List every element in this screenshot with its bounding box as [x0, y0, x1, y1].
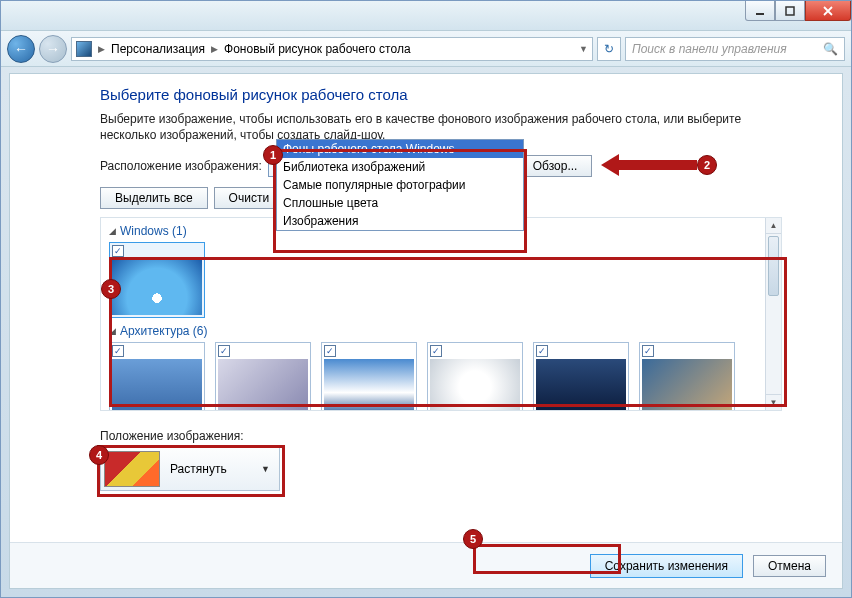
location-dropdown: Фоны рабочего стола Windows Библиотека и…	[276, 139, 524, 231]
wallpaper-thumb[interactable]: ✓	[427, 342, 523, 411]
thumb-image	[536, 359, 626, 411]
scroll-thumb[interactable]	[768, 236, 779, 296]
wallpaper-thumb[interactable]: ✓	[215, 342, 311, 411]
thumb-checkbox[interactable]: ✓	[430, 345, 442, 357]
svg-rect-1	[786, 7, 794, 15]
wallpaper-thumb[interactable]: ✓	[533, 342, 629, 411]
thumb-checkbox[interactable]: ✓	[642, 345, 654, 357]
wallpaper-thumb[interactable]: ✓	[321, 342, 417, 411]
dialog-footer: Сохранить изменения Отмена	[10, 542, 842, 588]
thumb-checkbox[interactable]: ✓	[536, 345, 548, 357]
dropdown-option[interactable]: Фоны рабочего стола Windows	[277, 140, 523, 158]
search-icon: 🔍	[823, 42, 838, 56]
thumb-checkbox[interactable]: ✓	[218, 345, 230, 357]
clear-all-button[interactable]: Очисти	[214, 187, 285, 209]
annotation-marker: 1	[263, 145, 283, 165]
chevron-down-icon: ◢	[109, 226, 116, 236]
thumb-image	[430, 359, 520, 411]
scrollbar[interactable]: ▲ ▼	[765, 218, 781, 410]
thumb-checkbox[interactable]: ✓	[112, 345, 124, 357]
scroll-down-icon[interactable]: ▼	[766, 394, 781, 410]
page-title: Выберите фоновый рисунок рабочего стола	[100, 86, 782, 103]
navbar: ← → ▶ Персонализация ▶ Фоновый рисунок р…	[1, 31, 851, 67]
svg-rect-0	[756, 13, 764, 15]
minimize-button[interactable]	[745, 1, 775, 21]
chevron-down-icon: ▼	[261, 464, 276, 474]
annotation-marker: 3	[101, 279, 121, 299]
dropdown-option[interactable]: Сплошные цвета	[277, 194, 523, 212]
titlebar	[1, 1, 851, 31]
position-select[interactable]: Растянуть ▼	[100, 447, 280, 491]
control-panel-icon	[76, 41, 92, 57]
back-button[interactable]: ←	[7, 35, 35, 63]
thumb-image	[112, 359, 202, 411]
thumb-image	[324, 359, 414, 411]
annotation-marker: 5	[463, 529, 483, 549]
thumb-checkbox[interactable]: ✓	[112, 245, 124, 257]
browse-button[interactable]: Обзор...	[518, 155, 593, 177]
thumb-image	[642, 359, 732, 411]
chevron-down-icon[interactable]: ▼	[579, 44, 588, 54]
maximize-button[interactable]	[775, 1, 805, 21]
search-input[interactable]: Поиск в панели управления 🔍	[625, 37, 845, 61]
dropdown-option[interactable]: Изображения	[277, 212, 523, 230]
position-label: Положение изображения:	[100, 429, 782, 443]
annotation-marker: 4	[89, 445, 109, 465]
select-all-button[interactable]: Выделить все	[100, 187, 208, 209]
personalization-window: ← → ▶ Персонализация ▶ Фоновый рисунок р…	[0, 0, 852, 598]
cancel-button[interactable]: Отмена	[753, 555, 826, 577]
chevron-right-icon: ▶	[211, 44, 218, 54]
forward-button[interactable]: →	[39, 35, 67, 63]
chevron-down-icon: ◢	[109, 326, 116, 336]
close-button[interactable]	[805, 1, 851, 21]
wallpaper-thumb[interactable]: ✓	[109, 242, 205, 318]
refresh-button[interactable]: ↻	[597, 37, 621, 61]
breadcrumb-personalization[interactable]: Персонализация	[111, 42, 205, 56]
save-button[interactable]: Сохранить изменения	[590, 554, 743, 578]
breadcrumb-desktop-bg[interactable]: Фоновый рисунок рабочего стола	[224, 42, 411, 56]
chevron-right-icon: ▶	[98, 44, 105, 54]
scroll-up-icon[interactable]: ▲	[766, 218, 781, 234]
thumb-checkbox[interactable]: ✓	[324, 345, 336, 357]
group-architecture[interactable]: ◢ Архитектура (6)	[109, 324, 773, 338]
wallpaper-gallery: ◢ Windows (1) ✓ ◢ Архитектура (6) ✓ ✓ ✓ …	[100, 217, 782, 411]
location-label: Расположение изображения:	[100, 159, 262, 173]
dropdown-option[interactable]: Библиотека изображений	[277, 158, 523, 176]
wallpaper-thumb[interactable]: ✓	[639, 342, 735, 411]
thumb-image	[112, 259, 202, 315]
annotation-marker: 2	[697, 155, 717, 175]
search-placeholder: Поиск в панели управления	[632, 42, 787, 56]
dropdown-option[interactable]: Самые популярные фотографии	[277, 176, 523, 194]
wallpaper-thumb[interactable]: ✓	[109, 342, 205, 411]
position-preview	[104, 451, 160, 487]
thumb-image	[218, 359, 308, 411]
address-bar[interactable]: ▶ Персонализация ▶ Фоновый рисунок рабоч…	[71, 37, 593, 61]
